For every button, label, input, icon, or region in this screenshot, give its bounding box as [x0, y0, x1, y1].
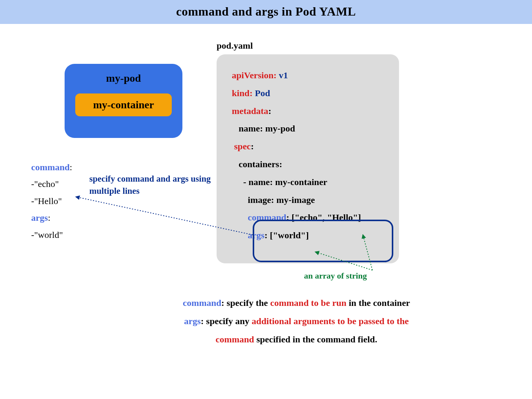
pod-name-label: my-pod: [73, 72, 174, 84]
yaml-line: image: my-image: [232, 191, 384, 209]
pod-illustration: my-pod my-container: [65, 64, 182, 138]
description-block: command: specify the command to be run i…: [141, 294, 452, 348]
yaml-line: - name: my-container: [232, 173, 384, 191]
page-title: command and args in Pod YAML: [176, 5, 356, 18]
command-key: command: [31, 162, 70, 172]
page-header: command and args in Pod YAML: [0, 0, 532, 24]
container-name-label: my-container: [75, 93, 172, 116]
args-key: args: [31, 213, 48, 223]
multiline-hint: specify command and args using multiple …: [89, 173, 211, 197]
description-line: args: specify any additional arguments t…: [141, 312, 452, 330]
description-line: command: specify the command to be run i…: [141, 294, 452, 312]
yaml-key: metadata: [232, 106, 268, 116]
yaml-filename: pod.yaml: [217, 41, 253, 51]
command-item: -"echo": [31, 176, 72, 192]
yaml-line: containers:: [232, 155, 384, 173]
yaml-value: v1: [279, 70, 288, 80]
description-line: command specified in the command field.: [141, 330, 452, 348]
array-hint: an array of string: [304, 271, 367, 281]
yaml-highlight-box: [253, 220, 393, 262]
args-item: -"world": [31, 226, 72, 243]
command-item: -"Hello": [31, 193, 72, 209]
yaml-key: apiVersion: [232, 70, 274, 80]
yaml-value: Pod: [255, 88, 270, 98]
diagram-canvas: my-pod my-container command: -"echo" -"H…: [0, 24, 532, 396]
yaml-key: kind: [232, 88, 250, 98]
yaml-key: spec: [234, 141, 251, 151]
yaml-line: name: my-pod: [232, 120, 384, 138]
multiline-example: command: -"echo" -"Hello" args: -"world": [31, 159, 72, 243]
